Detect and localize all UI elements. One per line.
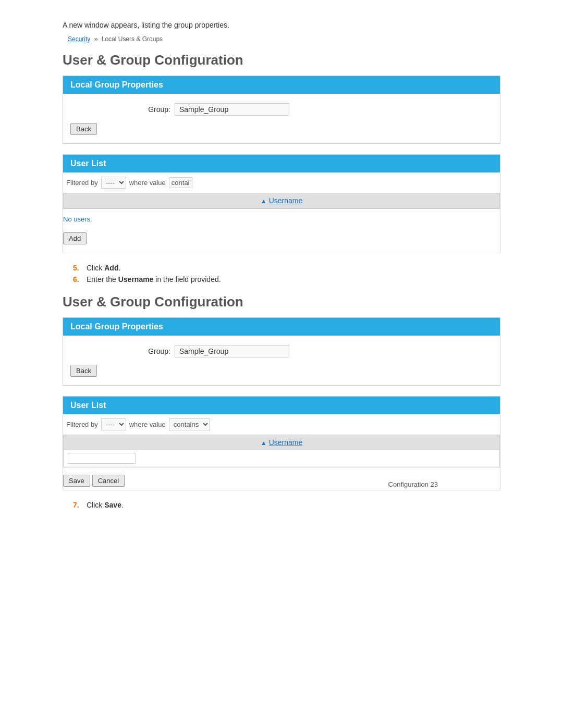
footer-text: Configuration 23 (388, 480, 438, 488)
username-input-cell (64, 450, 282, 466)
user-table-first: ▲Username (63, 193, 500, 209)
table-header-row-second: ▲Username (64, 435, 499, 450)
step-5-num: 5. (73, 264, 87, 272)
filtered-by-label-second: Filtered by (66, 421, 98, 428)
step-7-num: 7. (73, 501, 87, 509)
step-5-text: Click Add. (87, 264, 120, 272)
cancel-button[interactable]: Cancel (92, 475, 125, 487)
contains-label-first: contai (169, 177, 192, 188)
where-value-label-second: where value (129, 421, 166, 428)
page-title-first: User & Group Configuration (63, 52, 500, 68)
step-6-text: Enter the Username in the field provided… (87, 275, 221, 283)
no-users-text: No users. (63, 213, 500, 227)
user-list-panel-second: User List Filtered by ---- where value c… (63, 396, 500, 490)
username-col-header-second[interactable]: ▲Username (64, 438, 499, 447)
group-form-row-first: Group: Sample_Group (70, 99, 493, 120)
contains-select-second[interactable]: contains (169, 418, 210, 430)
local-group-header-second: Local Group Properties (63, 318, 500, 336)
step-7: 7. Click Save. (73, 501, 500, 509)
sort-icon-first: ▲ (261, 198, 267, 205)
table-input-row (64, 450, 499, 467)
breadcrumb-separator: » (94, 35, 98, 43)
page-title-second: User & Group Configuration (63, 294, 500, 310)
table-extra-cell (282, 450, 499, 466)
save-button[interactable]: Save (63, 475, 90, 487)
user-list-header-second: User List (63, 397, 500, 414)
local-group-panel-second: Local Group Properties Group: Sample_Gro… (63, 317, 500, 386)
back-button-first[interactable]: Back (70, 123, 97, 135)
local-group-header-first: Local Group Properties (63, 76, 500, 94)
local-group-panel-first: Local Group Properties Group: Sample_Gro… (63, 76, 500, 144)
breadcrumb-security-link[interactable]: Security (68, 35, 90, 43)
username-input[interactable] (68, 453, 136, 464)
user-table-second: ▲Username (63, 435, 500, 467)
back-button-second[interactable]: Back (70, 365, 97, 377)
user-list-panel-first: User List Filtered by ---- where value c… (63, 154, 500, 253)
intro-text: A new window appears, listing the group … (63, 21, 500, 29)
step-7-text: Click Save. (87, 501, 124, 509)
filtered-by-label-first: Filtered by (66, 179, 98, 187)
sort-icon-second: ▲ (261, 439, 267, 447)
breadcrumb-local-users: Local Users & Groups (102, 35, 163, 43)
step-6-num: 6. (73, 275, 87, 283)
add-button[interactable]: Add (63, 232, 87, 244)
final-step-list: 7. Click Save. (73, 501, 500, 509)
filter-row-second: Filtered by ---- where value contains (63, 414, 500, 435)
step-5: 5. Click Add. (73, 264, 500, 272)
filter-row-first: Filtered by ---- where value contai (63, 172, 500, 193)
user-list-header-first: User List (63, 155, 500, 172)
steps-list: 5. Click Add. 6. Enter the Username in t… (73, 264, 500, 283)
filter-select-second[interactable]: ---- (101, 418, 126, 430)
group-value-second: Sample_Group (175, 345, 289, 357)
username-col-header-first[interactable]: ▲Username (64, 196, 499, 205)
where-value-label-first: where value (129, 179, 166, 187)
breadcrumb: Security » Local Users & Groups (68, 35, 500, 43)
step-6: 6. Enter the Username in the field provi… (73, 275, 500, 283)
group-label-first: Group: (70, 105, 175, 114)
table-header-row-first: ▲Username (64, 193, 499, 208)
group-value-first: Sample_Group (175, 103, 289, 116)
group-form-row-second: Group: Sample_Group (70, 341, 493, 362)
filter-select-first[interactable]: ---- (101, 177, 126, 189)
group-label-second: Group: (70, 347, 175, 355)
